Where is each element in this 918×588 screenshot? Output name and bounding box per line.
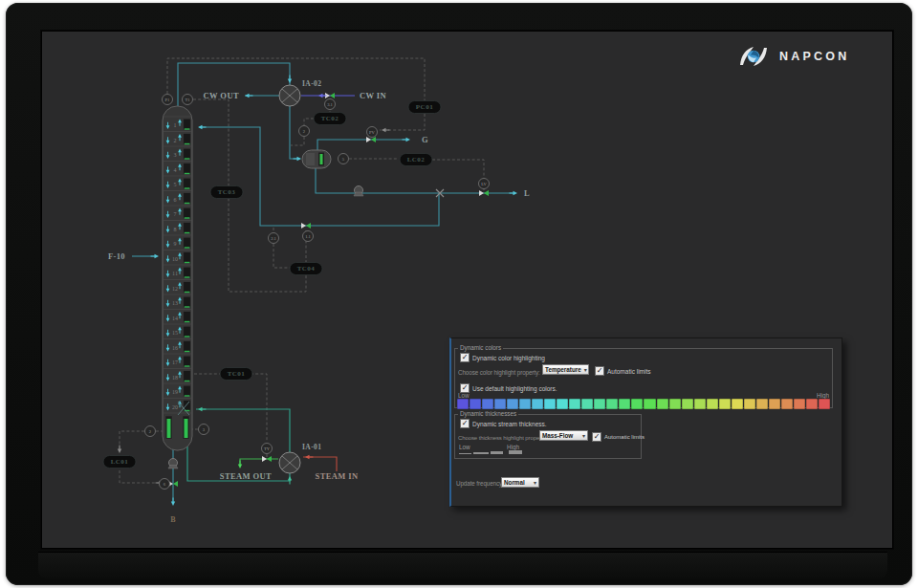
column-trays: 1234567891011121314151617181920 [164, 117, 191, 413]
stream-valve[interactable] [366, 137, 376, 142]
reflux-pump[interactable] [354, 186, 363, 197]
gradient-tile [657, 399, 668, 409]
tray-number: 1 [174, 122, 177, 128]
color-gradient-bar [457, 399, 830, 409]
thickness-preview-segment [509, 450, 522, 454]
gradient-tile [494, 399, 506, 409]
gradient-tile [619, 399, 630, 409]
property-label: Choose color highlight property: [458, 369, 540, 376]
tray-number: 8 [174, 227, 177, 232]
instrument-bubble-1.1[interactable]: 1.1 [303, 231, 314, 242]
controller-tag-lc02[interactable]: LC02 [400, 154, 432, 166]
reflux-drum[interactable] [302, 150, 331, 168]
gradient-tile [581, 399, 593, 409]
group-title: Dynamic colors [458, 344, 503, 351]
gradient-tile [756, 399, 768, 409]
high-label: High [817, 392, 829, 399]
instrument-bubble-3.1[interactable]: 3.1 [325, 99, 336, 110]
gradient-tile [631, 399, 643, 409]
tray-number: 13 [172, 300, 178, 306]
instrument-bubble-t1[interactable]: T1 [183, 95, 193, 105]
napcon-swirl-icon [734, 44, 773, 69]
condenser-label: IA-02 [302, 79, 321, 88]
svg-text:TC02: TC02 [321, 115, 339, 122]
gradient-tile [769, 399, 780, 409]
controller-tag-tc01[interactable]: TC01 [220, 368, 252, 381]
gradient-tile [806, 399, 818, 409]
instrument-bubble-5[interactable]: 5 [339, 154, 349, 164]
vessels: 1234567891011121314151617181920 [163, 85, 444, 473]
dynamic-thicknesses-group: Dynamic thicknesses ✓ Dynamic stream thi… [454, 414, 642, 459]
thickness-preview-segment [491, 451, 503, 454]
checkbox-label: Automatic limits [607, 368, 651, 375]
instrument-bubble-ty[interactable]: TY [262, 444, 273, 454]
controller-tag-tc02[interactable]: TC02 [314, 113, 346, 125]
gradient-tile [544, 399, 556, 409]
stream-valve[interactable] [301, 223, 311, 229]
gradient-tile [744, 399, 755, 409]
instrument-bubble-p1[interactable]: P1 [163, 95, 173, 105]
dynamic-stream-thickness-checkbox[interactable]: ✓ [460, 419, 470, 428]
update-frequency-label: Update frequency: [456, 480, 504, 487]
thickness-automatic-limits-checkbox[interactable]: ✓ [592, 432, 601, 442]
gradient-tile [794, 399, 805, 409]
gradient-tile [594, 399, 605, 409]
tray-number: 19 [172, 389, 178, 395]
gradient-tile [557, 399, 568, 409]
svg-text:1.1: 1.1 [305, 234, 311, 239]
reboiler[interactable] [279, 452, 300, 473]
gas-product-label: G [422, 135, 428, 144]
stream-valve[interactable] [479, 190, 489, 196]
feed-label: F-10 [108, 251, 125, 261]
napcon-logo: NAPCON [734, 43, 849, 70]
condenser[interactable] [279, 85, 300, 106]
svg-text:3.1: 3.1 [327, 102, 333, 107]
page: 1234567891011121314151617181920 [0, 0, 918, 588]
gradient-tile [707, 399, 718, 409]
instrument-bubble-3[interactable]: 3 [199, 425, 209, 435]
controller-tag-tc04[interactable]: TC04 [290, 263, 322, 275]
select-value: Mass-Flow [542, 432, 573, 439]
svg-text:PV: PV [369, 130, 376, 135]
sump-level-bar [167, 419, 171, 438]
controller-tags: PC01TC02TC03LC02TC04TC01LC01 [103, 101, 441, 468]
valves [168, 93, 489, 487]
tray-number: 14 [172, 316, 178, 321]
svg-text:LC01: LC01 [111, 458, 129, 466]
gradient-tile [519, 399, 531, 409]
svg-text:P1: P1 [165, 98, 171, 102]
cw-out-label: CW OUT [204, 91, 239, 100]
instrument-bubble-pv[interactable]: PV [367, 127, 378, 138]
gradient-tile [482, 399, 493, 409]
color-automatic-limits-checkbox[interactable]: ✓ [595, 366, 604, 376]
color-highlight-property-select[interactable]: Temperature ▾ [542, 364, 589, 375]
instrument-bubble-2[interactable]: 2 [299, 126, 310, 137]
tray-number: 7 [174, 211, 177, 217]
low-label: Low [459, 444, 470, 450]
gradient-tile [732, 399, 743, 409]
tray-number: 20 [172, 404, 178, 410]
svg-text:LC02: LC02 [407, 156, 426, 163]
settings-dialog: Dynamic colors ✓ Dynamic color highlight… [449, 338, 842, 507]
checkbox-label: Dynamic color highlighting [472, 355, 545, 361]
tray-number: 2 [174, 138, 177, 143]
logo-text: NAPCON [779, 50, 849, 63]
tray-number: 11 [172, 271, 178, 276]
svg-text:TC03: TC03 [218, 188, 236, 196]
check-icon: ✓ [597, 367, 603, 375]
bottoms-pump[interactable] [168, 459, 178, 469]
instrument-bubble-2.1[interactable]: 2.1 [269, 233, 279, 244]
controller-tag-lc01[interactable]: LC01 [103, 456, 136, 468]
controller-tag-tc03[interactable]: TC03 [210, 186, 243, 199]
reboiler-label: IA-01 [302, 443, 321, 451]
thickness-highlight-property-select[interactable]: Mass-Flow ▾ [539, 430, 588, 441]
chevron-down-icon: ▾ [584, 366, 587, 373]
update-frequency-select[interactable]: Normal ▾ [501, 477, 539, 488]
instrument-bubble-2[interactable]: 2 [145, 426, 156, 437]
instrument-bubble-6[interactable]: 6 [160, 479, 170, 490]
controller-tag-pc01[interactable]: PC01 [408, 101, 441, 114]
instrument-bubble-lv[interactable]: LV [479, 179, 490, 189]
chevron-down-icon: ▾ [582, 432, 585, 439]
dynamic-color-highlighting-checkbox[interactable]: ✓ [460, 353, 470, 362]
gradient-tile [470, 399, 481, 409]
